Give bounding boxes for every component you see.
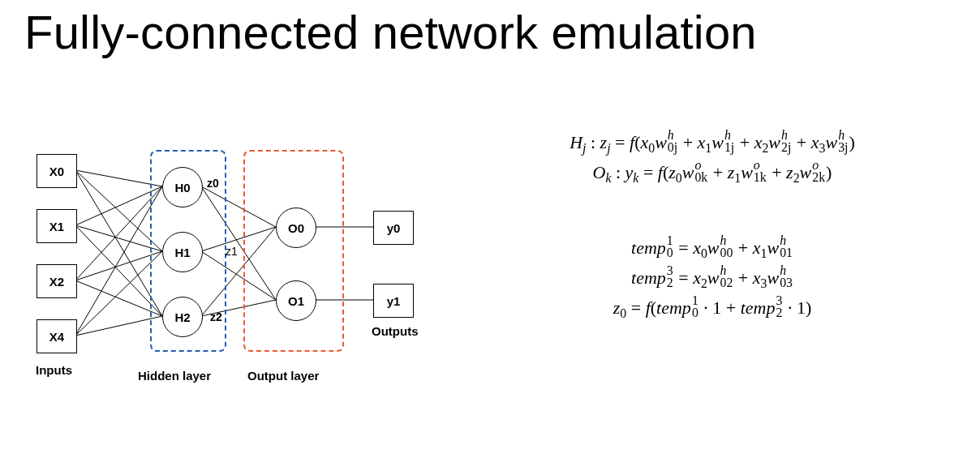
- z-label-1: z1: [226, 245, 238, 258]
- eq-hidden: Hj : zj = f(x0wh0j + x1wh1j + x2wh2j + x…: [493, 129, 931, 156]
- svg-line-6: [75, 186, 162, 280]
- svg-line-9: [75, 186, 162, 336]
- eq-temp2: temp32 = x2wh02 + x3wh03: [493, 264, 931, 291]
- input-node-0: X0: [37, 154, 77, 188]
- hidden-node-2: H2: [162, 297, 203, 337]
- hidden-node-1: H1: [162, 232, 203, 272]
- slide-title: Fully-connected network emulation: [24, 5, 757, 59]
- outputs-label: Outputs: [372, 324, 419, 338]
- input-node-3: X4: [37, 319, 77, 353]
- svg-line-4: [75, 225, 162, 251]
- output-layer-box: [243, 150, 344, 352]
- eq-z0: z0 = f(temp10 · 1 + temp32 · 1): [493, 294, 931, 321]
- output-label: Output layer: [247, 369, 319, 383]
- output-node-1: O1: [276, 280, 316, 321]
- hidden-label: Hidden layer: [138, 369, 211, 383]
- svg-line-10: [75, 251, 162, 336]
- svg-line-0: [75, 170, 162, 186]
- z-label-2: z2: [210, 310, 222, 323]
- eq-output: Ok : yk = f(z0wo0k + z1wo1k + z2wo2k): [493, 159, 931, 186]
- svg-line-11: [75, 316, 162, 336]
- output-node-0: O0: [276, 207, 316, 248]
- network-diagram: X0 X1 X2 X4 H0 H1 H2 z0 z1 z2 O0 O1 y0 y…: [24, 130, 462, 438]
- input-node-1: X1: [37, 209, 77, 243]
- svg-line-8: [75, 280, 162, 316]
- y-node-1: y1: [373, 284, 414, 318]
- eq-temp1: temp10 = x0wh00 + x1wh01: [493, 234, 931, 261]
- inputs-label: Inputs: [36, 363, 72, 377]
- z-label-0: z0: [207, 177, 219, 190]
- equations-panel: Hj : zj = f(x0wh0j + x1wh1j + x2wh2j + x…: [493, 126, 931, 323]
- y-node-0: y0: [373, 211, 414, 245]
- hidden-node-0: H0: [162, 167, 203, 207]
- input-node-2: X2: [37, 264, 77, 298]
